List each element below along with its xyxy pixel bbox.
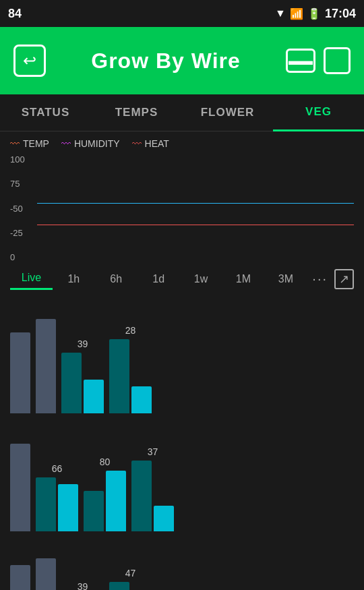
bar (131, 386, 152, 413)
battery-level: 84 (8, 7, 22, 21)
time-live[interactable]: Live (10, 268, 53, 290)
back-button[interactable]: ↩ (13, 45, 46, 77)
bar-label: 28 (125, 325, 136, 336)
humidity-label: HUMIDITY (74, 138, 120, 149)
menu-button[interactable]: ▬▬ (286, 49, 315, 73)
time-6h[interactable]: 6h (95, 269, 138, 289)
chart-legend: 〰 TEMP 〰 HUMIDITY 〰 HEAT (10, 138, 354, 149)
bar (61, 353, 82, 413)
bar (36, 319, 56, 413)
time-range-selector: Live 1h 6h 1d 1w 1M 3M ··· ↗ (0, 262, 364, 295)
bar-group-2-3: 80 (84, 456, 126, 531)
bar-label: 47 (125, 568, 136, 579)
bar-group-1-4: 28 (109, 325, 152, 413)
bar (36, 477, 56, 531)
bar (84, 491, 104, 531)
chart-area: 〰 TEMP 〰 HUMIDITY 〰 HEAT 100 75 -50 -25 … (0, 131, 364, 262)
bar-group-1-1 (10, 332, 30, 413)
bar-row-3: 39 47 (7, 531, 357, 590)
export-button[interactable]: ↗ (334, 269, 354, 289)
time-extra-actions: ··· ↗ (312, 269, 354, 289)
legend-humidity: 〰 HUMIDITY (61, 138, 120, 149)
bar-label: 39 (78, 338, 88, 349)
bar-group-2-2: 66 (36, 463, 78, 531)
y-label-75: 75 (10, 179, 25, 189)
blue-reference-line (37, 203, 354, 204)
time-1d[interactable]: 1d (138, 269, 180, 289)
time-3M[interactable]: 3M (264, 269, 307, 289)
temp-label: TEMP (23, 138, 49, 149)
app-title: Grow By Wire (91, 49, 241, 73)
bar (106, 471, 126, 531)
status-bar: 84 ▼ 📶 🔋 17:04 (0, 0, 364, 27)
time-1w[interactable]: 1w (180, 269, 222, 289)
y-label-0: 0 (10, 252, 25, 262)
bar-row-1: 39 28 (7, 295, 357, 413)
heat-label: HEAT (145, 138, 169, 149)
legend-heat: 〰 HEAT (132, 138, 169, 149)
right-status-icons: ▼ 📶 🔋 17:04 (275, 7, 356, 21)
signal-icon: 📶 (290, 7, 303, 20)
bar (36, 558, 56, 590)
time-1h[interactable]: 1h (53, 269, 95, 289)
more-options-button[interactable]: ··· (312, 271, 328, 287)
bar (84, 380, 104, 413)
bar-group-2-1 (10, 444, 30, 531)
bar-group-3-2 (36, 558, 56, 590)
bar-group-2-4: 37 (131, 446, 174, 531)
wifi-icon: ▼ (275, 7, 286, 20)
bar-label: 39 (78, 581, 88, 590)
legend-temp: 〰 TEMP (10, 138, 49, 149)
y-axis-labels: 100 75 -50 -25 0 (10, 154, 25, 262)
bars-area: 39 28 66 80 (0, 295, 364, 590)
clock: 17:04 (325, 7, 356, 21)
bar (10, 444, 30, 531)
bar-group-3-1 (10, 565, 30, 590)
tab-flower[interactable]: FLOWER (182, 94, 273, 131)
bar (58, 484, 78, 531)
bar (10, 565, 30, 590)
y-label-50: -50 (10, 204, 25, 214)
bar-row-2: 66 80 37 (7, 413, 357, 531)
bar-group-1-3: 39 (61, 338, 104, 413)
time-1M[interactable]: 1M (222, 269, 265, 289)
battery-icon: 🔋 (307, 7, 321, 20)
chart-container: 100 75 -50 -25 0 (10, 154, 354, 262)
bar (109, 339, 129, 413)
bar-label: 37 (148, 446, 158, 457)
nav-tabs: STATUS TEMPS FLOWER VEG (0, 94, 364, 131)
bar (109, 582, 129, 590)
bar-group-1-2 (36, 319, 56, 413)
heat-icon: 〰 (132, 138, 142, 149)
red-reference-line (37, 225, 354, 225)
header: ↩ Grow By Wire ▬▬ (0, 27, 364, 94)
bar-group-3-3: 39 (61, 581, 104, 590)
bar (10, 332, 30, 413)
bar-group-3-4: 47 (109, 568, 152, 590)
chart-lines (37, 154, 354, 262)
bar-label: 80 (100, 456, 111, 467)
y-label-100: 100 (10, 154, 25, 165)
y-label-25: -25 (10, 228, 25, 238)
header-actions: ▬▬ (286, 47, 351, 74)
square-button[interactable] (324, 47, 351, 74)
tab-temps[interactable]: TEMPS (91, 94, 182, 131)
filmstrip-icon: ▬▬ (289, 54, 313, 68)
back-icon: ↩ (23, 51, 36, 70)
bar (154, 506, 174, 531)
tab-veg[interactable]: VEG (273, 94, 364, 131)
tab-status[interactable]: STATUS (0, 94, 91, 131)
bar (131, 461, 152, 531)
temp-icon: 〰 (10, 138, 20, 149)
humidity-icon: 〰 (61, 138, 71, 149)
bar-label: 66 (52, 463, 63, 474)
